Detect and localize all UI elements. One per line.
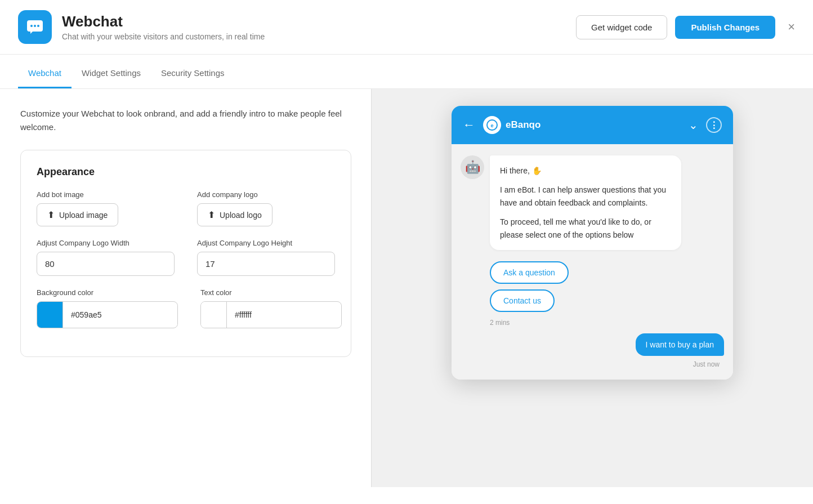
chat-more-button[interactable]: ⋮ <box>706 117 722 133</box>
chat-body: 🤖 Hi there, ✋ I am eBot. I can help answ… <box>452 144 733 380</box>
option-ask-question[interactable]: Ask a question <box>490 261 569 284</box>
chat-brand: e eBanqo <box>483 116 540 134</box>
bot-avatar: 🤖 <box>461 155 484 179</box>
logo-dimensions-row: Adjust Company Logo Width Adjust Company… <box>37 239 335 276</box>
main-content: Customize your Webchat to look onbrand, … <box>0 89 813 487</box>
text-color-input-group <box>200 301 342 328</box>
chat-header: ← e eBanqo ⌄ ⋮ <box>452 106 733 144</box>
logo-height-label: Adjust Company Logo Height <box>197 239 335 247</box>
chat-minimize-icon[interactable]: ⌄ <box>689 118 698 132</box>
upload-image-button[interactable]: ⬆ Upload image <box>37 203 118 226</box>
publish-changes-button[interactable]: Publish Changes <box>675 16 775 39</box>
text-color-swatch[interactable] <box>201 302 227 328</box>
appearance-title: Appearance <box>37 166 335 178</box>
app-subtitle: Chat with your website visitors and cust… <box>62 32 265 41</box>
company-logo-label: Add company logo <box>197 190 335 199</box>
logo-width-field: Adjust Company Logo Width <box>37 239 175 276</box>
user-message-bubble: I want to buy a plan <box>636 333 724 356</box>
svg-point-3 <box>37 25 39 27</box>
chat-preview-panel: ← e eBanqo ⌄ ⋮ <box>372 89 813 487</box>
bot-avatar-image: 🤖 <box>461 155 484 179</box>
logo-width-input[interactable] <box>37 252 175 276</box>
text-color-input[interactable] <box>227 305 341 325</box>
chat-back-button[interactable]: ← <box>463 118 475 132</box>
chat-widget: ← e eBanqo ⌄ ⋮ <box>452 106 733 380</box>
bot-message2: To proceed, tell me what you'd like to d… <box>500 216 671 241</box>
svg-point-1 <box>30 25 33 27</box>
chat-header-left: ← e eBanqo <box>463 116 540 134</box>
chat-icon <box>26 18 44 36</box>
bot-greeting: Hi there, ✋ <box>500 164 671 177</box>
bg-color-field: Background color <box>37 288 178 328</box>
logo-height-field: Adjust Company Logo Height <box>197 239 335 276</box>
tab-webchat[interactable]: Webchat <box>18 59 72 88</box>
settings-panel: Customize your Webchat to look onbrand, … <box>0 89 372 487</box>
upload-logo-icon: ⬆ <box>208 209 215 220</box>
bg-color-input-group <box>37 301 178 328</box>
chat-header-right: ⌄ ⋮ <box>689 117 722 133</box>
svg-text:e: e <box>490 123 493 128</box>
app-icon <box>18 10 52 44</box>
appearance-section: Appearance Add bot image ⬆ Upload image … <box>20 150 351 357</box>
tab-security-settings[interactable]: Security Settings <box>151 59 235 88</box>
chat-brand-name: eBanqo <box>506 119 540 131</box>
logo-width-label: Adjust Company Logo Width <box>37 239 175 247</box>
bg-color-input[interactable] <box>63 305 177 325</box>
option-contact-us[interactable]: Contact us <box>490 289 555 312</box>
tab-bar: Webchat Widget Settings Security Setting… <box>0 59 813 89</box>
image-logo-row: Add bot image ⬆ Upload image Add company… <box>37 190 335 226</box>
app-title-group: Webchat Chat with your website visitors … <box>62 13 265 41</box>
bot-image-field: Add bot image ⬆ Upload image <box>37 190 175 226</box>
header-brand: Webchat Chat with your website visitors … <box>18 10 265 44</box>
message-timestamp: 2 mins <box>490 319 724 327</box>
chat-more-dots-icon: ⋮ <box>709 120 718 131</box>
bot-message-row: 🤖 Hi there, ✋ I am eBot. I can help answ… <box>461 155 724 250</box>
color-row: Background color Text color <box>37 288 335 328</box>
bot-message-bubble: Hi there, ✋ I am eBot. I can help answer… <box>490 155 681 250</box>
tab-widget-settings[interactable]: Widget Settings <box>72 59 151 88</box>
svg-point-2 <box>34 25 36 27</box>
bot-message1: I am eBot. I can help answer questions t… <box>500 184 671 209</box>
text-color-field: Text color <box>200 288 342 328</box>
app-title: Webchat <box>62 13 265 30</box>
upload-logo-button[interactable]: ⬆ Upload logo <box>197 203 273 226</box>
header-actions: Get widget code Publish Changes × <box>576 15 795 39</box>
close-button[interactable]: × <box>788 20 795 34</box>
bg-color-label: Background color <box>37 288 178 297</box>
panel-description: Customize your Webchat to look onbrand, … <box>20 107 351 134</box>
chat-brand-icon: e <box>483 116 501 134</box>
app-header: Webchat Chat with your website visitors … <box>0 0 813 55</box>
user-message-row: I want to buy a plan <box>461 333 724 356</box>
upload-icon: ⬆ <box>47 209 55 220</box>
bg-color-swatch[interactable] <box>37 302 63 328</box>
ebanqo-logo-icon: e <box>486 119 498 131</box>
widget-code-button[interactable]: Get widget code <box>576 15 667 39</box>
bot-image-label: Add bot image <box>37 190 175 199</box>
just-now-label: Just now <box>461 360 720 368</box>
chat-options: Ask a question Contact us <box>461 259 724 316</box>
text-color-label: Text color <box>200 288 342 297</box>
company-logo-field: Add company logo ⬆ Upload logo <box>197 190 335 226</box>
logo-height-input[interactable] <box>197 252 335 276</box>
